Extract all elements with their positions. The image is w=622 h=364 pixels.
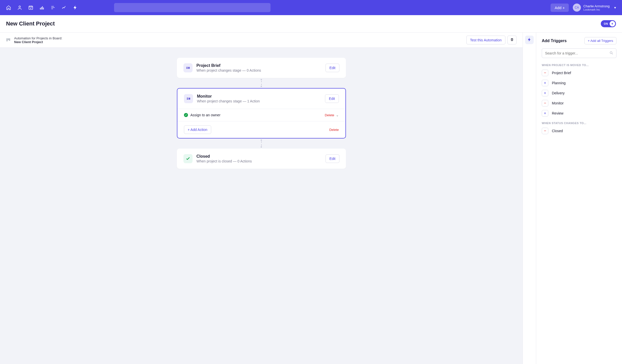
delete-automation-button[interactable] — [507, 36, 517, 44]
home-icon[interactable] — [6, 5, 11, 10]
global-search — [114, 3, 271, 12]
stage-card[interactable]: Closed When project is closed — 0 Action… — [177, 149, 346, 169]
trash-icon — [510, 38, 514, 42]
trigger-search-wrap — [542, 48, 616, 58]
stage-card-head: Project Brief When project changes stage… — [177, 58, 346, 78]
svg-rect-4 — [42, 6, 43, 10]
add-all-triggers-button[interactable]: + Add all Triggers — [584, 37, 616, 44]
board-icon — [6, 38, 11, 43]
automation-bar-actions: Test this Automation — [466, 36, 517, 44]
stage-card[interactable]: Project Brief When project changes stage… — [177, 58, 346, 78]
trigger-row: + Review — [542, 110, 616, 117]
nav-icon-group — [6, 5, 78, 10]
edit-stage-button[interactable]: Edit — [326, 64, 339, 72]
user-menu[interactable]: CA Charlie Armstrong Lookmark Inc ▾ — [573, 4, 616, 12]
stage-card-head: Closed When project is closed — 0 Action… — [177, 149, 346, 169]
list-icon[interactable] — [50, 5, 56, 10]
stage-card-head: Monitor When project changes stage — 1 A… — [177, 89, 345, 109]
main-layout: Automation for Projects in Board: New Cl… — [0, 33, 622, 364]
chevron-down-icon[interactable]: ⌄ — [336, 113, 339, 117]
stage-title: Monitor — [197, 94, 260, 99]
svg-rect-7 — [8, 38, 9, 40]
panel-title: Add Triggers — [542, 39, 567, 43]
automation-bar: Automation for Projects in Board: New Cl… — [0, 33, 523, 48]
svg-rect-9 — [186, 67, 188, 68]
svg-rect-14 — [188, 98, 190, 100]
section-label: WHEN PROJECT IS MOVED TO... — [542, 64, 616, 67]
svg-rect-13 — [187, 99, 188, 100]
svg-rect-12 — [187, 98, 188, 98]
edit-stage-button[interactable]: Edit — [326, 154, 339, 163]
stage-card[interactable]: Monitor When project changes stage — 1 A… — [177, 88, 346, 138]
panel-head: Add Triggers + Add all Triggers — [542, 37, 616, 44]
trigger-label: Review — [552, 111, 563, 115]
add-trigger-button[interactable]: + — [542, 110, 548, 117]
panel-rail — [523, 33, 536, 364]
delete-stage-button[interactable]: Delete — [329, 128, 339, 132]
board-stage-icon — [184, 94, 193, 103]
check-icon — [184, 113, 188, 117]
search-input[interactable] — [114, 3, 271, 12]
automation-prefix: Automation for Projects in Board: — [14, 36, 62, 40]
add-trigger-button[interactable]: + — [542, 80, 548, 86]
add-trigger-button[interactable]: + — [542, 90, 548, 96]
check-stage-icon — [183, 154, 193, 163]
action-row[interactable]: Assign to an owner Delete ⌄ — [177, 109, 345, 121]
trend-icon[interactable] — [62, 5, 67, 10]
trigger-label: Project Brief — [552, 71, 571, 75]
add-action-button[interactable]: + Add Action — [184, 125, 211, 134]
trigger-label: Planning — [552, 81, 566, 85]
top-nav: Add + CA Charlie Armstrong Lookmark Inc … — [0, 0, 622, 15]
svg-rect-3 — [41, 7, 42, 9]
bars-icon[interactable] — [39, 5, 44, 10]
remove-trigger-button[interactable]: − — [542, 70, 548, 76]
page-title: New Client Project — [6, 20, 55, 27]
trigger-label: Monitor — [552, 101, 564, 105]
rail-triggers-button[interactable] — [525, 36, 534, 44]
trigger-label: Delivery — [552, 91, 565, 95]
add-button[interactable]: Add + — [551, 4, 569, 12]
stage-title: Project Brief — [197, 63, 261, 68]
trigger-label: Closed — [552, 129, 563, 133]
chevron-down-icon: ▾ — [614, 6, 616, 10]
user-text: Charlie Armstrong Lookmark Inc — [583, 4, 610, 11]
svg-rect-2 — [40, 8, 41, 10]
stage-title: Closed — [197, 154, 252, 159]
svg-rect-5 — [43, 8, 44, 10]
trigger-row: − Closed — [542, 128, 616, 134]
trigger-search-input[interactable] — [542, 48, 616, 58]
edit-stage-button[interactable]: Edit — [325, 94, 339, 103]
stage-subtitle: When project changes stage — 1 Action — [197, 99, 260, 103]
remove-trigger-button[interactable]: − — [542, 100, 548, 106]
svg-rect-1 — [29, 6, 33, 9]
page-header: New Client Project ON — [0, 15, 622, 33]
calendar-icon[interactable] — [28, 5, 33, 10]
automation-toggle[interactable]: ON — [601, 20, 616, 27]
stage-subtitle: When project changes stage — 0 Actions — [197, 68, 261, 72]
person-icon[interactable] — [17, 5, 22, 10]
user-org: Lookmark Inc — [583, 8, 610, 11]
board-stage-icon — [183, 63, 193, 72]
nav-right: Add + CA Charlie Armstrong Lookmark Inc … — [551, 4, 616, 12]
action-label: Assign to an owner — [191, 113, 221, 117]
stage-card-foot: + Add Action Delete — [177, 121, 345, 138]
svg-rect-10 — [186, 68, 188, 69]
connector — [261, 139, 262, 148]
automation-board-name: New Client Project — [14, 40, 62, 44]
delete-action-button[interactable]: Delete — [325, 113, 334, 117]
svg-point-0 — [19, 6, 21, 8]
svg-rect-11 — [188, 67, 190, 69]
automation-canvas: Project Brief When project changes stage… — [0, 48, 523, 364]
user-name: Charlie Armstrong — [583, 4, 610, 8]
bolt-icon — [527, 37, 532, 43]
toggle-knob-icon — [610, 21, 615, 26]
remove-trigger-button[interactable]: − — [542, 128, 548, 134]
trigger-row: − Project Brief — [542, 70, 616, 76]
search-icon — [609, 51, 613, 56]
trigger-row: + Planning — [542, 80, 616, 86]
svg-point-15 — [610, 52, 612, 54]
section-label: WHEN STATUS CHANGES TO... — [542, 122, 616, 125]
bolt-icon[interactable] — [73, 5, 78, 10]
svg-rect-8 — [9, 38, 10, 41]
test-automation-button[interactable]: Test this Automation — [466, 36, 505, 44]
